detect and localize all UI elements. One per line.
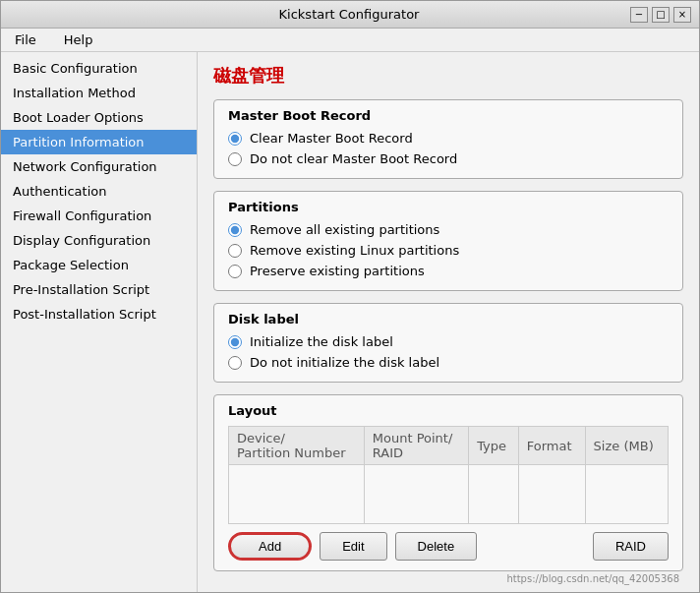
disk-label-legend: Disk label: [228, 312, 669, 326]
disk-label-radio-no-init[interactable]: [228, 356, 242, 370]
window-controls: − □ ×: [630, 7, 691, 23]
page-title: 磁盘管理: [213, 64, 683, 88]
partition-option-remove-all[interactable]: Remove all existing partitions: [228, 222, 669, 237]
main-content: Basic Configuration Installation Method …: [1, 52, 699, 592]
mbr-legend: Master Boot Record: [228, 108, 669, 123]
menu-bar: File Help: [1, 29, 699, 52]
sidebar: Basic Configuration Installation Method …: [1, 52, 198, 592]
main-window: Kickstart Configurator − □ × File Help B…: [0, 0, 700, 593]
mbr-option-clear[interactable]: Clear Master Boot Record: [228, 131, 669, 146]
disk-label-label-init: Initialize the disk label: [250, 334, 393, 349]
cell-mount: [364, 465, 468, 524]
partitions-radio-group: Remove all existing partitions Remove ex…: [228, 222, 669, 278]
col-size: Size (MB): [585, 427, 668, 465]
col-type: Type: [469, 427, 519, 465]
mbr-option-no-clear[interactable]: Do not clear Master Boot Record: [228, 151, 669, 166]
cell-format: [518, 465, 585, 524]
watermark: https://blog.csdn.net/qq_42005368: [213, 571, 683, 586]
minimize-button[interactable]: −: [630, 7, 648, 23]
col-device: Device/Partition Number: [229, 427, 365, 465]
sidebar-item-partition-info[interactable]: Partition Information: [1, 130, 197, 154]
layout-section: Layout Device/Partition Number Mount Poi…: [213, 394, 683, 571]
content-area: 磁盘管理 Master Boot Record Clear Master Boo…: [198, 52, 699, 592]
partitions-section: Partitions Remove all existing partition…: [213, 191, 683, 291]
disk-label-option-no-init[interactable]: Do not initialize the disk label: [228, 355, 669, 370]
sidebar-item-display-config[interactable]: Display Configuration: [1, 228, 197, 253]
title-bar: Kickstart Configurator − □ ×: [1, 1, 699, 29]
disk-label-radio-group: Initialize the disk label Do not initial…: [228, 334, 669, 370]
table-row: [229, 465, 669, 524]
mbr-radio-group: Clear Master Boot Record Do not clear Ma…: [228, 131, 669, 166]
edit-button[interactable]: Edit: [320, 532, 386, 561]
partition-option-preserve[interactable]: Preserve existing partitions: [228, 264, 669, 278]
cell-size: [585, 465, 668, 524]
partition-option-remove-linux[interactable]: Remove existing Linux partitions: [228, 243, 669, 258]
disk-label-label-no-init: Do not initialize the disk label: [250, 355, 439, 370]
partition-label-remove-linux: Remove existing Linux partitions: [250, 243, 459, 258]
partition-radio-remove-all[interactable]: [228, 223, 242, 237]
mbr-label-clear: Clear Master Boot Record: [250, 131, 413, 146]
sidebar-item-authentication[interactable]: Authentication: [1, 179, 197, 204]
sidebar-item-firewall-config[interactable]: Firewall Configuration: [1, 204, 197, 228]
partition-label-preserve: Preserve existing partitions: [250, 264, 425, 278]
mbr-radio-clear[interactable]: [228, 132, 242, 146]
window-title: Kickstart Configurator: [68, 7, 630, 22]
close-button[interactable]: ×: [673, 7, 691, 23]
partition-label-remove-all: Remove all existing partitions: [250, 222, 439, 237]
col-format: Format: [518, 427, 585, 465]
mbr-radio-no-clear[interactable]: [228, 152, 242, 166]
layout-legend: Layout: [228, 403, 669, 418]
delete-button[interactable]: Delete: [395, 532, 478, 561]
partitions-legend: Partitions: [228, 200, 669, 214]
col-mount: Mount Point/RAID: [364, 427, 468, 465]
raid-button[interactable]: RAID: [593, 532, 669, 561]
cell-type: [469, 465, 519, 524]
layout-table: Device/Partition Number Mount Point/RAID…: [228, 426, 669, 524]
disk-label-section: Disk label Initialize the disk label Do …: [213, 303, 683, 383]
file-menu[interactable]: File: [9, 30, 42, 49]
sidebar-item-basic-config[interactable]: Basic Configuration: [1, 56, 197, 81]
maximize-button[interactable]: □: [652, 7, 670, 23]
sidebar-item-install-method[interactable]: Installation Method: [1, 81, 197, 105]
add-button[interactable]: Add: [228, 532, 312, 561]
cell-device: [229, 465, 365, 524]
help-menu[interactable]: Help: [58, 30, 99, 49]
partition-radio-preserve[interactable]: [228, 265, 242, 278]
partition-radio-remove-linux[interactable]: [228, 244, 242, 258]
sidebar-item-post-install[interactable]: Post-Installation Script: [1, 302, 197, 326]
sidebar-item-pre-install[interactable]: Pre-Installation Script: [1, 277, 197, 302]
sidebar-item-network-config[interactable]: Network Configuration: [1, 154, 197, 179]
mbr-label-no-clear: Do not clear Master Boot Record: [250, 151, 457, 166]
master-boot-record-section: Master Boot Record Clear Master Boot Rec…: [213, 99, 683, 179]
sidebar-item-package-selection[interactable]: Package Selection: [1, 253, 197, 277]
disk-label-radio-init[interactable]: [228, 335, 242, 349]
sidebar-item-boot-loader[interactable]: Boot Loader Options: [1, 105, 197, 130]
disk-label-option-init[interactable]: Initialize the disk label: [228, 334, 669, 349]
layout-buttons: Add Edit Delete RAID: [228, 532, 669, 561]
